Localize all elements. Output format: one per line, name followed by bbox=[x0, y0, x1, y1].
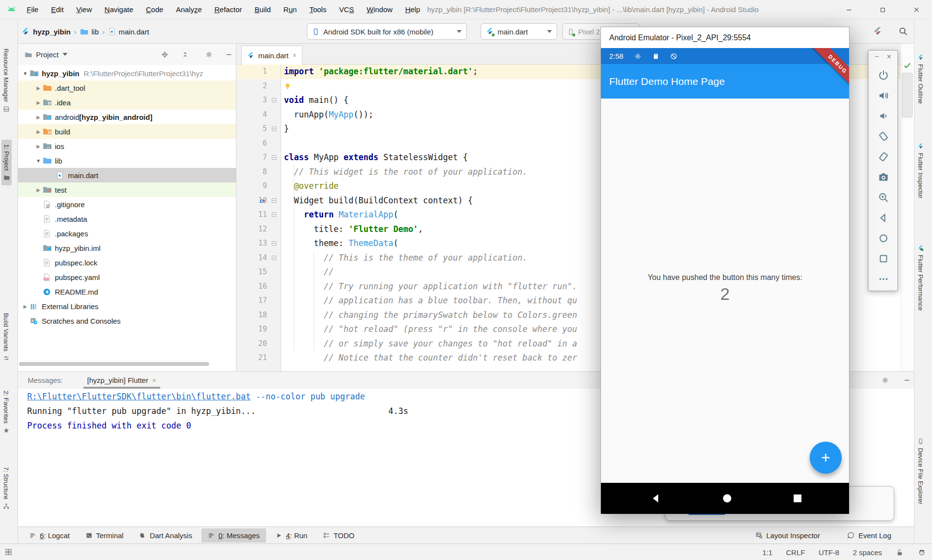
tree-item-hyzp-yibin[interactable]: ▼hyzp_yibinR:\FlutterProject\FlutterProj… bbox=[18, 66, 236, 81]
tree-item-pubspec-yaml[interactable]: YMLpubspec.yaml bbox=[18, 270, 236, 284]
tool-button-todo[interactable]: TODO bbox=[316, 528, 361, 543]
line-separator-widget[interactable]: CRLF bbox=[786, 548, 805, 557]
menu-file[interactable]: File bbox=[20, 0, 45, 19]
nav-overview-icon[interactable] bbox=[792, 493, 803, 504]
tree-expand-arrow-icon[interactable]: ▶ bbox=[34, 115, 43, 120]
locate-file-icon[interactable] bbox=[161, 50, 169, 59]
minimize-emulator-icon[interactable] bbox=[874, 53, 880, 60]
menu-window[interactable]: Window bbox=[360, 0, 399, 19]
tool-button-layout-inspector[interactable]: Layout Inspector bbox=[749, 528, 827, 543]
editor-scrollbar-thumb[interactable] bbox=[902, 73, 913, 117]
menu-navigate[interactable]: Navigate bbox=[98, 0, 139, 19]
tree-item-ios[interactable]: ▶ios bbox=[18, 139, 236, 153]
unlock-icon[interactable] bbox=[896, 548, 904, 557]
tab-main-dart[interactable]: main.dart × bbox=[241, 46, 302, 65]
emu-screenshot-icon[interactable] bbox=[877, 171, 890, 183]
tree-item--metadata[interactable]: .metadata bbox=[18, 212, 236, 226]
close-emulator-icon[interactable] bbox=[886, 53, 892, 60]
emu-rotate-right-icon[interactable] bbox=[877, 150, 890, 163]
menu-edit[interactable]: Edit bbox=[45, 0, 70, 19]
device-selector-dropdown[interactable]: Android SDK built for x86 (mobile) bbox=[307, 23, 467, 40]
menu-help[interactable]: Help bbox=[399, 0, 427, 19]
emu-power-icon[interactable] bbox=[877, 69, 890, 82]
emu-back-icon[interactable] bbox=[877, 212, 890, 224]
tree-item-build[interactable]: ▶build bbox=[18, 124, 236, 139]
tree-expand-arrow-icon[interactable]: ▶ bbox=[34, 100, 43, 105]
tree-item-test[interactable]: ▶test bbox=[18, 182, 236, 197]
tree-collapse-arrow-icon[interactable]: ▼ bbox=[21, 71, 30, 76]
indent-widget[interactable]: 2 spaces bbox=[853, 548, 882, 557]
tree-item-scratches-and-consoles[interactable]: Scratches and Consoles bbox=[18, 313, 236, 328]
close-tab-icon[interactable]: × bbox=[293, 51, 297, 59]
fold-marker-icon[interactable] bbox=[272, 241, 276, 246]
tree-item-hyzp-yibin-iml[interactable]: hyzp_yibin.iml bbox=[18, 241, 236, 255]
tree-expand-arrow-icon[interactable]: ▶ bbox=[34, 144, 43, 149]
console-tab[interactable]: [hyzp_yibin] Flutter × bbox=[83, 372, 161, 389]
emu-home-icon[interactable] bbox=[877, 232, 890, 245]
stripe-item-1-project[interactable]: 1: Project bbox=[1, 140, 12, 185]
stripe-item-flutter-inspector[interactable]: Flutter Inspector bbox=[917, 143, 924, 198]
tree-item-external-libraries[interactable]: ▶External Libraries bbox=[18, 299, 236, 313]
maximize-window-icon[interactable] bbox=[877, 4, 888, 16]
tree-expand-arrow-icon[interactable]: ▶ bbox=[34, 129, 43, 134]
fold-marker-icon[interactable] bbox=[272, 98, 276, 102]
search-everywhere-icon[interactable] bbox=[898, 26, 908, 36]
emulator-titlebar[interactable]: Android Emulator - Pixel_2_API_29:5554 bbox=[601, 27, 849, 48]
menu-refactor[interactable]: Refactor bbox=[208, 0, 249, 19]
caret-position-widget[interactable]: 1:1 bbox=[762, 548, 772, 557]
tree-item--idea[interactable]: ▶.idea bbox=[18, 95, 236, 110]
menu-build[interactable]: Build bbox=[248, 0, 277, 19]
tool-button-dart-analysis[interactable]: Dart Analysis bbox=[133, 528, 199, 543]
stripe-item-build-variants[interactable]: Build Variants bbox=[2, 313, 10, 362]
gear-icon[interactable] bbox=[881, 376, 889, 384]
gear-icon[interactable] bbox=[205, 50, 213, 59]
tree-expand-arrow-icon[interactable]: ▶ bbox=[34, 85, 43, 91]
hide-panel-icon[interactable] bbox=[225, 50, 233, 59]
fold-marker-icon[interactable] bbox=[272, 256, 276, 260]
tree-item--dart-tool[interactable]: ▶.dart_tool bbox=[18, 81, 236, 95]
menu-tools[interactable]: Tools bbox=[303, 0, 333, 19]
close-tab-icon[interactable]: × bbox=[152, 377, 156, 384]
tree-item-main-dart[interactable]: main.dart bbox=[18, 168, 236, 182]
tree-item--gitignore[interactable]: .gitignore bbox=[18, 197, 236, 212]
tool-button-0-messages[interactable]: 0: Messages bbox=[201, 528, 266, 543]
stripe-item-flutter-performance[interactable]: Flutter Performance bbox=[917, 245, 924, 311]
chevron-down-icon[interactable] bbox=[63, 53, 67, 56]
tool-button-terminal[interactable]: Terminal bbox=[79, 528, 130, 543]
hide-panel-icon[interactable] bbox=[903, 376, 911, 384]
console-command-link[interactable]: R:\Flutter\FlutterSDK\flutter\bin\flutte… bbox=[27, 392, 251, 401]
fold-marker-icon[interactable] bbox=[272, 127, 276, 131]
encoding-widget[interactable]: UTF-8 bbox=[818, 548, 839, 557]
tree-expand-arrow-icon[interactable]: ▶ bbox=[21, 304, 30, 309]
tool-button-6-logcat[interactable]: 6: Logcat bbox=[23, 528, 76, 543]
horizontal-scrollbar[interactable] bbox=[19, 362, 209, 366]
menu-vcs[interactable]: VCS bbox=[333, 0, 360, 19]
stripe-item-7-structure[interactable]: 7: Structure bbox=[2, 467, 10, 510]
breadcrumb-file[interactable]: main.dart bbox=[119, 28, 150, 36]
project-panel-title[interactable]: Project bbox=[36, 50, 59, 59]
close-window-icon[interactable] bbox=[911, 4, 922, 16]
tree-item-lib[interactable]: ▼lib bbox=[18, 153, 236, 168]
menu-view[interactable]: View bbox=[70, 0, 98, 19]
emu-zoom-in-icon[interactable] bbox=[877, 191, 890, 204]
stripe-item-resource-manager[interactable]: Resource Manager bbox=[2, 49, 10, 113]
fold-marker-icon[interactable] bbox=[272, 213, 276, 217]
tree-collapse-arrow-icon[interactable]: ▼ bbox=[34, 158, 43, 164]
tree-item-readme-md[interactable]: README.md bbox=[18, 284, 236, 299]
tool-window-switcher-icon[interactable] bbox=[4, 548, 13, 556]
tool-button-event-log[interactable]: Event Log bbox=[841, 528, 898, 543]
fold-marker-icon[interactable] bbox=[272, 155, 276, 160]
nav-home-icon[interactable] bbox=[721, 493, 733, 504]
emu-volume-up-icon[interactable] bbox=[877, 89, 890, 102]
override-marker-icon[interactable] bbox=[259, 198, 266, 205]
emu-volume-down-icon[interactable] bbox=[877, 110, 890, 122]
stripe-item-2-favorites[interactable]: 2: Favorites bbox=[2, 391, 10, 434]
breadcrumb-project[interactable]: hyzp_yibin bbox=[33, 28, 71, 36]
tool-button-4-run[interactable]: 4: Run bbox=[269, 528, 314, 543]
run-config-dropdown[interactable]: main.dart bbox=[481, 23, 557, 40]
emu-more-icon[interactable] bbox=[877, 273, 890, 285]
tree-item-pubspec-lock[interactable]: pubspec.lock bbox=[18, 255, 236, 270]
menu-analyze[interactable]: Analyze bbox=[169, 0, 208, 19]
emu-rotate-left-icon[interactable] bbox=[877, 130, 890, 143]
emu-overview-icon[interactable] bbox=[877, 252, 890, 265]
